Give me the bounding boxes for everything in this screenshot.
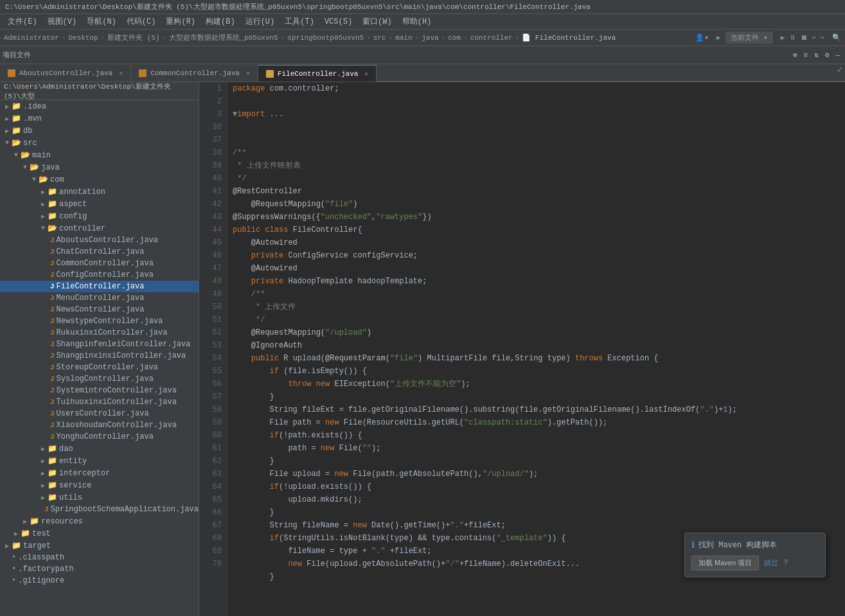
tree-item-db[interactable]: ▶ 📁 db [0, 125, 199, 137]
tree-item-springboot-java[interactable]: J SpringbootSchemaApplication.java [0, 504, 199, 515]
tree-label-springboot-java: SpringbootSchemaApplication.java [51, 505, 199, 514]
tree-item-shangpinfenlei-java[interactable]: J ShangpinfenleiController.java [0, 339, 199, 350]
maven-load-button[interactable]: 加载 Maven 项目 [691, 556, 759, 570]
tree-item-annotation[interactable]: ▶ 📁 annotation [0, 186, 199, 198]
java-icon-common: J [50, 260, 55, 267]
tab-file[interactable]: FileController.java ✕ [258, 65, 377, 82]
menu-help[interactable]: 帮助(H) [397, 16, 437, 27]
tree-item-shangpinxinxi-java[interactable]: J ShangpinxinxiController.java [0, 350, 199, 362]
tree-item-news-java[interactable]: J NewsController.java [0, 304, 199, 315]
tree-item-rukuxinxi-java[interactable]: J RukuxinxiController.java [0, 327, 199, 339]
tree-label-resources: resources [41, 517, 83, 526]
tree-item-test[interactable]: ▶ 📁 test [0, 527, 199, 540]
tree-item-config[interactable]: ▶ 📁 config [0, 210, 199, 222]
tree-arrow-resources: ▶ [21, 518, 30, 525]
maven-popup: ℹ 找到 Maven 构建脚本 加载 Maven 项目 跳过 ? [684, 532, 826, 577]
tab-close-aboutus[interactable]: ✕ [119, 69, 123, 77]
menu-nav[interactable]: 导航(N) [82, 16, 121, 27]
tree-arrow-aspect: ▶ [39, 200, 48, 208]
nav-crumb-main[interactable]: main [395, 34, 412, 42]
tree-item-users-java[interactable]: J UsersController.java [0, 408, 199, 419]
tree-item-tuihuoxinxi-java[interactable]: J TuihuoxinxiController.java [0, 396, 199, 408]
tree-item-idea[interactable]: ▶ 📁 .idea [0, 100, 199, 112]
tree-item-yonghu-java[interactable]: J YonghuController.java [0, 431, 199, 443]
nav-crumb-spring[interactable]: springbootp05uxvn5 [287, 34, 364, 42]
tab-aboutus[interactable]: AboutusController.java ✕ [0, 65, 131, 82]
menu-code[interactable]: 代码(C) [121, 16, 161, 27]
tree-arrow-com: ▼ [30, 176, 39, 183]
tree-item-filectrl-java[interactable]: J FileController.java [0, 281, 199, 292]
tab-close-file[interactable]: ✕ [364, 70, 368, 78]
maven-skip-link[interactable]: 跳过 [764, 558, 778, 568]
tree-item-classpath[interactable]: ▶ • .classpath [0, 552, 199, 563]
tree-item-aboutus-java[interactable]: J AboutusController.java [0, 234, 199, 246]
tree-item-newstype-java[interactable]: J NewstypeController.java [0, 315, 199, 327]
tree-item-chat-java[interactable]: J ChatController.java [0, 246, 199, 258]
menu-refactor[interactable]: 重构(R) [161, 16, 200, 27]
tree-item-interceptor[interactable]: ▶ 📁 interceptor [0, 467, 199, 479]
folder-icon-entity: 📁 [48, 456, 57, 466]
nav-search-icon[interactable]: 🔍 [832, 33, 841, 42]
tree-item-configctrl-java[interactable]: J ConfigController.java [0, 269, 199, 281]
tree-item-mvn[interactable]: ▶ 📁 .mvn [0, 112, 199, 125]
nav-crumb-desktop[interactable]: Desktop [68, 34, 98, 42]
tree-label-chat-java: ChatController.java [57, 247, 145, 256]
tree-item-gitignore[interactable]: ▶ • .gitignore [0, 575, 199, 586]
nav-crumb-com[interactable]: com [448, 34, 461, 42]
tree-item-common-java[interactable]: J CommonController.java [0, 258, 199, 269]
nav-current-file[interactable]: 当前文件 ▾ [725, 31, 772, 44]
toolbar-settings-btn[interactable]: ⚙ [823, 51, 832, 59]
nav-crumb-admin[interactable]: Administrator [4, 34, 59, 42]
tree-label-yonghu-java: YonghuController.java [57, 432, 154, 441]
nav-crumb-project[interactable]: 大型超市数据处理系统_p05uxvn5 [169, 33, 278, 42]
toolbar-sort-btn[interactable]: ⇅ [812, 51, 821, 59]
tree-item-service[interactable]: ▶ 📁 service [0, 479, 199, 491]
nav-crumb-java[interactable]: java [422, 34, 438, 42]
nav-crumb-folder[interactable]: 新建文件夹 (5) [107, 33, 159, 42]
menu-vcs[interactable]: VCS(S) [319, 17, 357, 26]
menu-tools[interactable]: 工具(T) [280, 16, 319, 27]
tree-item-com[interactable]: ▼ 📂 com [0, 173, 199, 186]
menu-file[interactable]: 文件(E) [3, 16, 42, 27]
tree-label-xiaoshoudan-java: XiaoshoudanController.java [57, 421, 177, 430]
menu-build[interactable]: 构建(B) [200, 16, 240, 27]
tree-item-storeup-java[interactable]: J StoreupController.java [0, 362, 199, 373]
nav-user-icon[interactable]: 👤▾ [695, 33, 709, 42]
tree-item-syslog-java[interactable]: J SyslogController.java [0, 373, 199, 385]
tree-item-aspect[interactable]: ▶ 📁 aspect [0, 198, 199, 210]
tree-item-dao[interactable]: ▶ 📁 dao [0, 443, 199, 455]
tree-label-config: config [59, 212, 87, 221]
maven-help-icon[interactable]: ? [783, 559, 788, 568]
tree-item-entity[interactable]: ▶ 📁 entity [0, 455, 199, 467]
nav-crumb-src[interactable]: src [373, 34, 386, 42]
tree-item-systemintro-java[interactable]: J SystemintroController.java [0, 385, 199, 396]
tree-item-target[interactable]: ▶ 📁 target [0, 540, 199, 552]
sidebar-content[interactable]: ▶ 📁 .idea ▶ 📁 .mvn ▶ 📁 db ▼ [0, 100, 199, 616]
toolbar-add-btn[interactable]: ⊕ [790, 51, 800, 59]
toolbar-list-btn[interactable]: ≡ [801, 51, 811, 59]
tree-arrow-service: ▶ [39, 482, 48, 489]
tabs: AboutusController.java ✕ CommonControlle… [0, 64, 845, 82]
toolbar-close-btn[interactable]: — [833, 51, 842, 59]
tree-item-controller[interactable]: ▼ 📂 controller [0, 222, 199, 234]
tree-item-java[interactable]: ▼ 📂 java [0, 161, 199, 173]
tree-item-resources[interactable]: ▶ 📁 resources [0, 515, 199, 527]
tab-common[interactable]: CommonController.java ✕ [131, 65, 258, 82]
tree-item-main[interactable]: ▼ 📂 main [0, 149, 199, 161]
nav-crumb-controller[interactable]: controller [470, 34, 513, 42]
tree-label-newstype-java: NewstypeController.java [57, 317, 163, 326]
folder-icon-controller: 📂 [48, 224, 57, 233]
menu-window[interactable]: 窗口(W) [357, 16, 397, 27]
menu-view[interactable]: 视图(V) [42, 16, 82, 27]
tab-close-common[interactable]: ✕ [246, 69, 250, 77]
menu-run[interactable]: 运行(U) [240, 16, 280, 27]
tree-item-factorypath[interactable]: ▶ • .factorypath [0, 563, 199, 575]
tree-item-xiaoshoudan-java[interactable]: J XiaoshoudanController.java [0, 419, 199, 431]
java-icon-springboot: J [44, 506, 49, 513]
tree-item-utils[interactable]: ▶ 📁 utils [0, 491, 199, 504]
nav-run-icon[interactable]: ▶ [716, 33, 721, 42]
tree-item-menu-java[interactable]: J MenuController.java [0, 292, 199, 304]
tree-item-src[interactable]: ▼ 📂 src [0, 137, 199, 149]
java-icon-shangpinxinxi: J [50, 352, 55, 360]
nav-crumb-file[interactable]: 📄 FileController.java [522, 33, 616, 42]
